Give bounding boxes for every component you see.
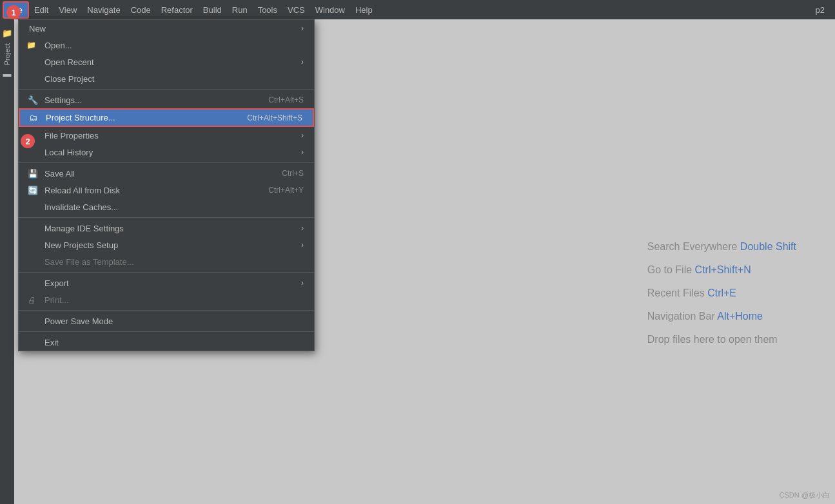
separator-2 [19, 162, 314, 163]
hint-recent-text: Recent Files [647, 287, 707, 298]
open-label: Open... [44, 41, 72, 50]
hints-panel: Search Everywhere Double Shift Go to Fil… [647, 241, 796, 345]
separator-5 [19, 310, 314, 311]
menu-item-export[interactable]: Export › [19, 275, 314, 291]
new-projects-label: New Projects Setup [44, 240, 118, 250]
step-badge-2: 2 [21, 134, 35, 148]
hint-goto-text: Go to File [647, 264, 695, 275]
new-projects-arrow-icon: › [301, 240, 304, 249]
hint-goto: Go to File Ctrl+Shift+N [647, 264, 796, 276]
reload-icon: 🔄 [28, 186, 38, 195]
project-structure-label: Project Structure... [46, 113, 115, 122]
menu-item-new[interactable]: › New [19, 20, 314, 37]
power-save-label: Power Save Mode [44, 316, 113, 326]
hint-search-text: Search Everywhere [647, 241, 740, 252]
export-label: Export [44, 278, 69, 288]
close-project-label: Close Project [44, 74, 94, 84]
menu-item-open-recent[interactable]: Open Recent › [19, 53, 314, 70]
menu-build[interactable]: Build [198, 3, 227, 17]
menu-item-settings[interactable]: 🔧 Settings... Ctrl+Alt+S [19, 92, 314, 108]
sidebar-extra-icon: ▬ [3, 69, 12, 79]
open-recent-label: Open Recent [44, 57, 94, 67]
local-history-arrow-icon: › [301, 148, 304, 157]
print-icon: 🖨 [28, 295, 36, 305]
menu-tools[interactable]: Tools [253, 3, 282, 17]
file-properties-arrow-icon: › [301, 131, 304, 140]
separator-3 [19, 217, 314, 218]
hint-goto-shortcut: Ctrl+Shift+N [695, 264, 751, 275]
separator-6 [19, 331, 314, 332]
settings-shortcut: Ctrl+Alt+S [268, 95, 304, 104]
sidebar-project-label[interactable]: Project [3, 43, 11, 65]
menu-item-manage-ide[interactable]: Manage IDE Settings › [19, 220, 314, 237]
save-template-label: Save File as Template... [44, 257, 134, 267]
project-title: p2 [816, 5, 825, 15]
settings-icon: 🔧 [28, 95, 38, 105]
hint-navbar-text: Navigation Bar [647, 311, 718, 322]
hint-recent: Recent Files Ctrl+E [647, 287, 796, 299]
menu-item-print: 🖨 Print... [19, 291, 314, 308]
sidebar-folder-icon[interactable]: 📁 [2, 28, 12, 38]
menu-help[interactable]: Help [350, 3, 378, 17]
menu-item-power-save[interactable]: Power Save Mode [19, 313, 314, 329]
step-badge-1: 1 [6, 5, 21, 19]
menu-run[interactable]: Run [227, 3, 253, 17]
hint-search-shortcut: Double Shift [740, 241, 796, 252]
exit-label: Exit [44, 338, 59, 347]
menu-refactor[interactable]: Refactor [156, 3, 198, 17]
save-icon: 💾 [28, 169, 38, 179]
menu-item-exit[interactable]: Exit [19, 334, 314, 351]
hint-drop-text: Drop files here to open them [647, 334, 778, 345]
new-label: New [29, 24, 46, 34]
export-arrow-icon: › [301, 278, 304, 287]
new-arrow-icon: › [301, 24, 304, 33]
reload-shortcut: Ctrl+Alt+Y [268, 186, 304, 195]
menu-item-save-template: Save File as Template... [19, 253, 314, 270]
settings-label: Settings... [44, 95, 82, 105]
watermark: CSDN @极小白 [780, 490, 830, 500]
menu-code[interactable]: Code [126, 3, 156, 17]
hint-drop: Drop files here to open them [647, 334, 796, 345]
file-properties-label: File Properties [44, 131, 99, 141]
project-structure-icon: 🗂 [29, 113, 37, 122]
menu-item-project-structure[interactable]: 🗂 Project Structure... Ctrl+Alt+Shift+S [19, 108, 314, 127]
local-history-label: Local History [44, 148, 93, 157]
menu-vcs[interactable]: VCS [282, 3, 310, 17]
menu-item-local-history[interactable]: Local History › [19, 144, 314, 160]
menu-item-save-all[interactable]: 💾 Save All Ctrl+S [19, 165, 314, 182]
hint-navbar: Navigation Bar Alt+Home [647, 311, 796, 322]
open-folder-icon: 📁 [26, 41, 36, 50]
menu-view[interactable]: View [54, 3, 82, 17]
save-all-shortcut: Ctrl+S [282, 169, 304, 178]
print-label: Print... [44, 295, 69, 305]
menu-item-close-project[interactable]: Close Project [19, 70, 314, 87]
menu-item-file-properties[interactable]: File Properties › [19, 127, 314, 144]
menu-item-new-projects[interactable]: New Projects Setup › [19, 237, 314, 253]
hint-recent-shortcut: Ctrl+E [707, 287, 736, 298]
sidebar: 📁 Project ▬ [0, 19, 14, 504]
open-recent-arrow-icon: › [301, 57, 304, 66]
hint-navbar-shortcut: Alt+Home [717, 311, 763, 322]
menu-edit[interactable]: Edit [29, 3, 54, 17]
save-all-label: Save All [44, 169, 75, 179]
menu-item-invalidate[interactable]: Invalidate Caches... [19, 199, 314, 215]
menu-item-open[interactable]: 📁 Open... [19, 37, 314, 53]
separator-1 [19, 89, 314, 90]
manage-ide-arrow-icon: › [301, 224, 304, 233]
reload-label: Reload All from Disk [44, 186, 120, 195]
menu-item-reload[interactable]: 🔄 Reload All from Disk Ctrl+Alt+Y [19, 182, 314, 199]
menu-navigate[interactable]: Navigate [82, 3, 125, 17]
separator-4 [19, 272, 314, 273]
invalidate-label: Invalidate Caches... [44, 202, 118, 212]
file-dropdown-menu: › New 📁 Open... Open Recent › Close Proj… [18, 19, 315, 351]
hint-search: Search Everywhere Double Shift [647, 241, 796, 253]
menubar: File Edit View Navigate Code Refactor Bu… [0, 0, 835, 19]
project-structure-shortcut: Ctrl+Alt+Shift+S [247, 113, 302, 122]
manage-ide-label: Manage IDE Settings [44, 224, 124, 233]
menu-window[interactable]: Window [310, 3, 350, 17]
